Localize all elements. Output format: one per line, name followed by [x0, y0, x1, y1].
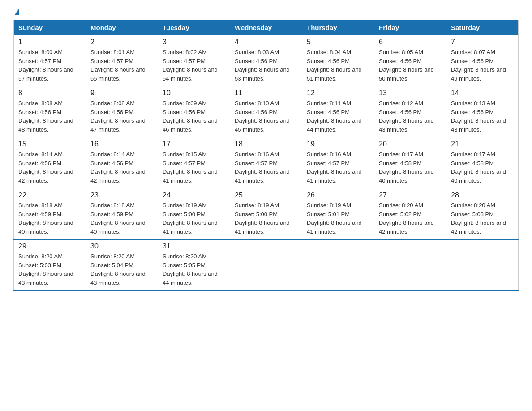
calendar-week-row: 1 Sunrise: 8:00 AMSunset: 4:57 PMDayligh…	[14, 35, 519, 86]
day-info: Sunrise: 8:03 AMSunset: 4:56 PMDaylight:…	[235, 49, 290, 82]
calendar-week-row: 29 Sunrise: 8:20 AMSunset: 5:03 PMDaylig…	[14, 239, 519, 290]
day-number: 28	[451, 191, 514, 199]
day-info: Sunrise: 8:01 AMSunset: 4:57 PMDaylight:…	[90, 49, 146, 82]
calendar-cell: 3 Sunrise: 8:02 AMSunset: 4:57 PMDayligh…	[158, 35, 230, 86]
day-number: 11	[235, 89, 297, 97]
day-info: Sunrise: 8:12 AMSunset: 4:56 PMDaylight:…	[379, 100, 434, 133]
weekday-header-thursday: Thursday	[302, 20, 374, 35]
day-number: 17	[163, 140, 225, 148]
day-number: 23	[90, 191, 153, 199]
calendar-cell: 31 Sunrise: 8:20 AMSunset: 5:05 PMDaylig…	[158, 239, 230, 290]
weekday-header-friday: Friday	[374, 20, 446, 35]
day-number: 8	[18, 89, 81, 97]
day-number: 1	[18, 38, 81, 46]
day-info: Sunrise: 8:05 AMSunset: 4:56 PMDaylight:…	[379, 49, 434, 82]
calendar-cell: 19 Sunrise: 8:16 AMSunset: 4:57 PMDaylig…	[302, 137, 374, 188]
calendar-cell: 27 Sunrise: 8:20 AMSunset: 5:02 PMDaylig…	[374, 188, 446, 239]
day-info: Sunrise: 8:20 AMSunset: 5:03 PMDaylight:…	[451, 202, 506, 235]
calendar-cell: 6 Sunrise: 8:05 AMSunset: 4:56 PMDayligh…	[374, 35, 446, 86]
day-number: 30	[90, 242, 153, 250]
calendar-cell: 18 Sunrise: 8:16 AMSunset: 4:57 PMDaylig…	[230, 137, 302, 188]
logo-triangle-icon	[14, 9, 19, 15]
calendar-cell: 20 Sunrise: 8:17 AMSunset: 4:58 PMDaylig…	[374, 137, 446, 188]
day-number: 31	[163, 242, 225, 250]
day-number: 12	[307, 89, 369, 97]
day-info: Sunrise: 8:15 AMSunset: 4:57 PMDaylight:…	[163, 151, 218, 184]
day-info: Sunrise: 8:04 AMSunset: 4:56 PMDaylight:…	[307, 49, 362, 82]
calendar-cell: 2 Sunrise: 8:01 AMSunset: 4:57 PMDayligh…	[86, 35, 158, 86]
day-number: 9	[90, 89, 153, 97]
day-number: 6	[379, 38, 442, 46]
day-info: Sunrise: 8:08 AMSunset: 4:56 PMDaylight:…	[90, 100, 146, 133]
calendar-cell	[302, 239, 374, 290]
logo	[13, 9, 19, 15]
weekday-header-saturday: Saturday	[446, 20, 519, 35]
day-number: 25	[235, 191, 297, 199]
calendar-cell: 23 Sunrise: 8:18 AMSunset: 4:59 PMDaylig…	[86, 188, 158, 239]
calendar-cell: 14 Sunrise: 8:13 AMSunset: 4:56 PMDaylig…	[446, 86, 519, 137]
calendar-week-row: 15 Sunrise: 8:14 AMSunset: 4:56 PMDaylig…	[14, 137, 519, 188]
calendar-cell: 5 Sunrise: 8:04 AMSunset: 4:56 PMDayligh…	[302, 35, 374, 86]
calendar-cell: 1 Sunrise: 8:00 AMSunset: 4:57 PMDayligh…	[14, 35, 86, 86]
weekday-header-tuesday: Tuesday	[158, 20, 230, 35]
day-number: 5	[307, 38, 369, 46]
calendar-cell: 7 Sunrise: 8:07 AMSunset: 4:56 PMDayligh…	[446, 35, 519, 86]
day-info: Sunrise: 8:13 AMSunset: 4:56 PMDaylight:…	[451, 100, 506, 133]
day-info: Sunrise: 8:00 AMSunset: 4:57 PMDaylight:…	[18, 49, 73, 82]
day-number: 16	[90, 140, 153, 148]
day-info: Sunrise: 8:19 AMSunset: 5:00 PMDaylight:…	[235, 202, 290, 235]
day-number: 19	[307, 140, 369, 148]
calendar-cell: 17 Sunrise: 8:15 AMSunset: 4:57 PMDaylig…	[158, 137, 230, 188]
day-info: Sunrise: 8:16 AMSunset: 4:57 PMDaylight:…	[235, 151, 290, 184]
day-number: 27	[379, 191, 442, 199]
calendar-cell: 24 Sunrise: 8:19 AMSunset: 5:00 PMDaylig…	[158, 188, 230, 239]
day-number: 4	[235, 38, 297, 46]
calendar-cell	[374, 239, 446, 290]
calendar-cell	[230, 239, 302, 290]
calendar-cell: 8 Sunrise: 8:08 AMSunset: 4:56 PMDayligh…	[14, 86, 86, 137]
calendar-cell: 4 Sunrise: 8:03 AMSunset: 4:56 PMDayligh…	[230, 35, 302, 86]
calendar-cell: 11 Sunrise: 8:10 AMSunset: 4:56 PMDaylig…	[230, 86, 302, 137]
day-info: Sunrise: 8:02 AMSunset: 4:57 PMDaylight:…	[163, 49, 218, 82]
day-info: Sunrise: 8:09 AMSunset: 4:56 PMDaylight:…	[163, 100, 218, 133]
calendar-cell: 22 Sunrise: 8:18 AMSunset: 4:59 PMDaylig…	[14, 188, 86, 239]
day-number: 26	[307, 191, 369, 199]
calendar-week-row: 8 Sunrise: 8:08 AMSunset: 4:56 PMDayligh…	[14, 86, 519, 137]
day-number: 18	[235, 140, 297, 148]
calendar-cell: 30 Sunrise: 8:20 AMSunset: 5:04 PMDaylig…	[86, 239, 158, 290]
day-number: 24	[163, 191, 225, 199]
day-info: Sunrise: 8:19 AMSunset: 5:01 PMDaylight:…	[307, 202, 362, 235]
calendar-week-row: 22 Sunrise: 8:18 AMSunset: 4:59 PMDaylig…	[14, 188, 519, 239]
day-number: 14	[451, 89, 514, 97]
calendar-cell: 25 Sunrise: 8:19 AMSunset: 5:00 PMDaylig…	[230, 188, 302, 239]
day-number: 21	[451, 140, 514, 148]
calendar-cell: 16 Sunrise: 8:14 AMSunset: 4:56 PMDaylig…	[86, 137, 158, 188]
day-number: 13	[379, 89, 442, 97]
calendar-cell: 29 Sunrise: 8:20 AMSunset: 5:03 PMDaylig…	[14, 239, 86, 290]
calendar-cell: 28 Sunrise: 8:20 AMSunset: 5:03 PMDaylig…	[446, 188, 519, 239]
calendar-table: SundayMondayTuesdayWednesdayThursdayFrid…	[13, 20, 519, 291]
day-info: Sunrise: 8:18 AMSunset: 4:59 PMDaylight:…	[18, 202, 73, 235]
day-info: Sunrise: 8:14 AMSunset: 4:56 PMDaylight:…	[18, 151, 73, 184]
day-info: Sunrise: 8:10 AMSunset: 4:56 PMDaylight:…	[235, 100, 290, 133]
calendar-cell: 12 Sunrise: 8:11 AMSunset: 4:56 PMDaylig…	[302, 86, 374, 137]
calendar-cell: 9 Sunrise: 8:08 AMSunset: 4:56 PMDayligh…	[86, 86, 158, 137]
day-info: Sunrise: 8:08 AMSunset: 4:56 PMDaylight:…	[18, 100, 73, 133]
page-header	[13, 9, 519, 15]
day-number: 3	[163, 38, 225, 46]
day-number: 22	[18, 191, 81, 199]
day-info: Sunrise: 8:14 AMSunset: 4:56 PMDaylight:…	[90, 151, 146, 184]
calendar-header-row: SundayMondayTuesdayWednesdayThursdayFrid…	[14, 20, 519, 35]
day-info: Sunrise: 8:19 AMSunset: 5:00 PMDaylight:…	[163, 202, 218, 235]
calendar-cell: 26 Sunrise: 8:19 AMSunset: 5:01 PMDaylig…	[302, 188, 374, 239]
day-info: Sunrise: 8:17 AMSunset: 4:58 PMDaylight:…	[451, 151, 506, 184]
calendar-cell: 13 Sunrise: 8:12 AMSunset: 4:56 PMDaylig…	[374, 86, 446, 137]
weekday-header-sunday: Sunday	[14, 20, 86, 35]
day-info: Sunrise: 8:20 AMSunset: 5:03 PMDaylight:…	[18, 253, 73, 286]
day-info: Sunrise: 8:20 AMSunset: 5:04 PMDaylight:…	[90, 253, 146, 286]
day-number: 10	[163, 89, 225, 97]
day-info: Sunrise: 8:20 AMSunset: 5:02 PMDaylight:…	[379, 202, 434, 235]
day-number: 15	[18, 140, 81, 148]
day-info: Sunrise: 8:18 AMSunset: 4:59 PMDaylight:…	[90, 202, 146, 235]
day-number: 20	[379, 140, 442, 148]
